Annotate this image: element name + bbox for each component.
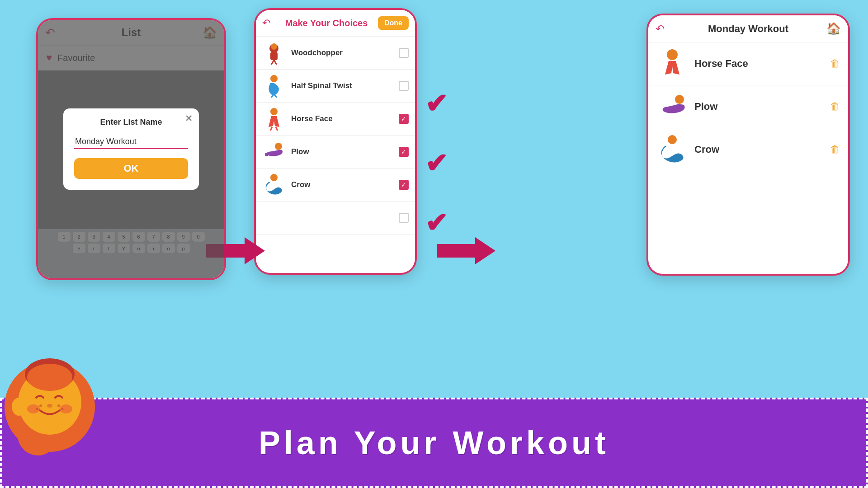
arrow-right-2 xyxy=(437,235,495,268)
half-spinal-twist-checkbox[interactable] xyxy=(399,81,409,91)
checkmarks-container: ✔ ✔ ✔ xyxy=(425,90,448,237)
svg-point-27 xyxy=(36,408,38,410)
horse-face-checkbox[interactable]: ✓ xyxy=(399,114,409,124)
woodchopper-checkbox[interactable] xyxy=(399,48,409,58)
svg-point-13 xyxy=(270,174,278,181)
workout-crow-name: Crow xyxy=(694,144,824,155)
exercise-crow: Crow ✓ xyxy=(256,169,415,202)
checkmark-1: ✔ xyxy=(425,90,448,117)
dialog-title: Enter List Name xyxy=(74,117,188,127)
empty-icon xyxy=(262,206,286,230)
mascot xyxy=(0,339,113,465)
crow-checkbox[interactable]: ✓ xyxy=(399,180,409,190)
svg-point-30 xyxy=(12,398,26,416)
exercise-half-spinal-twist: Half Spinal Twist xyxy=(256,70,415,103)
workout-crow: Crow 🗑 xyxy=(648,128,848,171)
phone3-header: ↶ Monday Workout 🏠 xyxy=(648,15,848,42)
bottom-banner: Plan Your Workout xyxy=(0,398,868,488)
phone-list: ↶ List 🏠 ♥ Favourite ✕ Enter List Name O… xyxy=(36,18,226,280)
workout-plow-icon xyxy=(656,91,688,122)
svg-point-11 xyxy=(275,143,282,150)
ok-button[interactable]: OK xyxy=(74,158,188,179)
plow-icon xyxy=(262,140,286,164)
half-spinal-twist-name: Half Spinal Twist xyxy=(291,81,393,90)
crow-name: Crow xyxy=(291,180,393,189)
half-spinal-twist-icon xyxy=(262,74,286,98)
workout-plow: Plow 🗑 xyxy=(648,85,848,128)
svg-point-12 xyxy=(265,153,269,156)
workout-horse-face-name: Horse Face xyxy=(694,58,824,70)
workout-horse-face: Horse Face 🗑 xyxy=(648,42,848,85)
workout-horse-face-icon xyxy=(656,48,688,80)
svg-point-26 xyxy=(39,404,42,407)
svg-line-4 xyxy=(274,60,277,65)
dialog-overlay: ✕ Enter List Name OK xyxy=(38,20,224,278)
exercise-plow: Plow ✓ xyxy=(256,136,415,169)
svg-point-24 xyxy=(27,364,72,391)
phone2-back-button[interactable]: ↶ xyxy=(262,17,270,29)
svg-line-3 xyxy=(271,60,274,65)
svg-marker-15 xyxy=(437,237,495,264)
workout-plow-name: Plow xyxy=(694,101,824,113)
crow-delete-button[interactable]: 🗑 xyxy=(830,144,840,155)
svg-point-1 xyxy=(271,43,277,50)
phone3-back-button[interactable]: ↶ xyxy=(656,23,665,35)
exercise-list: Woodchopper Half Spinal Twist Horse Face… xyxy=(256,37,415,235)
svg-point-28 xyxy=(57,404,60,407)
enter-list-dialog: ✕ Enter List Name OK xyxy=(63,108,199,190)
exercise-empty xyxy=(256,202,415,235)
svg-point-18 xyxy=(668,135,677,144)
woodchopper-icon xyxy=(262,41,286,65)
exercise-woodchopper: Woodchopper xyxy=(256,37,415,70)
phone3-home-button[interactable]: 🏠 xyxy=(826,22,841,36)
plow-checkbox[interactable]: ✓ xyxy=(399,147,409,157)
horse-face-delete-button[interactable]: 🗑 xyxy=(830,58,840,70)
horse-face-icon xyxy=(262,107,286,131)
svg-point-16 xyxy=(667,49,678,60)
workout-crow-icon xyxy=(656,134,688,165)
svg-point-29 xyxy=(61,408,64,410)
svg-point-17 xyxy=(675,95,684,104)
plow-delete-button[interactable]: 🗑 xyxy=(830,101,840,113)
phone2-title: Make Your Choices xyxy=(275,18,378,28)
list-name-input[interactable] xyxy=(74,135,188,149)
phone-monday-workout: ↶ Monday Workout 🏠 Horse Face 🗑 Plow 🗑 C… xyxy=(646,14,850,276)
banner-text: Plan Your Workout xyxy=(259,424,609,461)
empty-checkbox[interactable] xyxy=(399,213,409,223)
checkmark-2: ✔ xyxy=(425,150,448,177)
crow-icon xyxy=(262,173,286,197)
phone3-title: Monday Workout xyxy=(670,23,826,35)
phone2-header: ↶ Make Your Choices Done xyxy=(256,10,415,37)
svg-point-8 xyxy=(270,108,278,115)
svg-point-25 xyxy=(47,404,52,408)
plow-name: Plow xyxy=(291,147,393,156)
woodchopper-name: Woodchopper xyxy=(291,48,393,57)
checkmark-3: ✔ xyxy=(425,210,448,237)
svg-rect-2 xyxy=(270,52,278,60)
phone-choices: ↶ Make Your Choices Done Woodchopper Hal… xyxy=(254,8,417,275)
dialog-close-button[interactable]: ✕ xyxy=(185,113,193,124)
svg-point-5 xyxy=(270,75,278,82)
svg-line-10 xyxy=(276,127,278,131)
exercise-horse-face: Horse Face ✓ xyxy=(256,103,415,136)
svg-line-9 xyxy=(270,127,272,131)
horse-face-name: Horse Face xyxy=(291,114,393,123)
done-button[interactable]: Done xyxy=(378,16,409,30)
